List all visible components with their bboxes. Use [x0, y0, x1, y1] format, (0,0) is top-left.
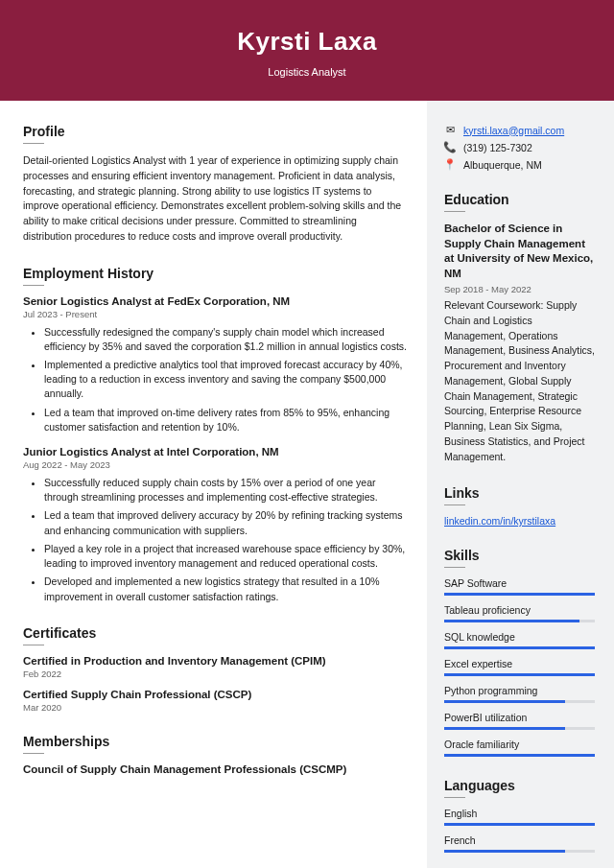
skill-bar-fill — [444, 727, 565, 730]
certificate-title: Certified in Production and Inventory Ma… — [23, 655, 408, 667]
skill-bar — [444, 593, 595, 596]
person-name: Kyrsti Laxa — [0, 27, 614, 57]
languages-section: Languages EnglishFrench — [444, 778, 595, 853]
contact-location: Albuquerque, NM — [463, 159, 542, 171]
membership-title: Council of Supply Chain Management Profe… — [23, 763, 408, 775]
bullet: Developed and implemented a new logistic… — [44, 575, 408, 603]
skill-entry: Excel expertise — [444, 658, 595, 676]
education-degree: Bachelor of Science in Supply Chain Mana… — [444, 222, 595, 281]
skill-name: SAP Software — [444, 577, 595, 589]
skill-bar — [444, 700, 595, 703]
envelope-icon: ✉ — [444, 124, 456, 136]
bullet: Played a key role in a project that incr… — [44, 542, 408, 571]
skill-bar-fill — [444, 646, 595, 649]
link-entry: linkedin.com/in/kyrstilaxa — [444, 515, 595, 527]
skill-bar-fill — [444, 620, 579, 622]
section-rule — [23, 753, 44, 754]
certificate-date: Mar 2020 — [23, 702, 408, 713]
bullet: Led a team that improved on-time deliver… — [44, 406, 408, 434]
skill-entry: Oracle familiarity — [444, 739, 595, 757]
job-date: Aug 2022 - May 2023 — [23, 459, 408, 470]
certificate-date: Feb 2022 — [23, 669, 408, 679]
skill-bar-fill — [444, 754, 595, 757]
language-name: French — [444, 834, 595, 846]
phone-icon: 📞 — [444, 141, 456, 153]
job-bullets: Successfully redesigned the company's su… — [23, 325, 408, 435]
links-section: Links linkedin.com/in/kyrstilaxa — [444, 485, 595, 527]
skill-entry: SQL knowledge — [444, 631, 595, 649]
bullet: Successfully reduced supply chain costs … — [44, 476, 408, 504]
membership-entry: Council of Supply Chain Management Profe… — [23, 763, 408, 775]
main-column: Profile Detail-oriented Logistics Analys… — [0, 101, 427, 868]
sidebar-column: ✉ kyrsti.laxa@gmail.com 📞 (319) 125-7302… — [427, 101, 614, 868]
languages-heading: Languages — [444, 778, 595, 793]
skills-section: Skills SAP SoftwareTableau proficiencySQ… — [444, 548, 595, 757]
memberships-section: Memberships Council of Supply Chain Mana… — [23, 734, 408, 775]
skill-bar — [444, 673, 595, 676]
employment-section: Employment History Senior Logistics Anal… — [23, 266, 408, 604]
resume-body: Profile Detail-oriented Logistics Analys… — [0, 101, 614, 868]
section-rule — [23, 645, 44, 645]
skill-name: Python programming — [444, 685, 595, 696]
certificate-title: Certified Supply Chain Professional (CSC… — [23, 689, 408, 700]
skill-bar — [444, 646, 595, 649]
certificate-entry: Certified in Production and Inventory Ma… — [23, 655, 408, 679]
skill-bar-fill — [444, 700, 565, 703]
skill-bar-fill — [444, 593, 595, 596]
certificates-section: Certificates Certified in Production and… — [23, 625, 408, 713]
skill-bar-fill — [444, 673, 595, 676]
section-rule — [444, 567, 465, 568]
contact-phone-row: 📞 (319) 125-7302 — [444, 141, 595, 153]
language-entry: English — [444, 808, 595, 826]
section-rule — [444, 211, 465, 212]
skill-bar — [444, 620, 595, 622]
education-section: Education Bachelor of Science in Supply … — [444, 192, 595, 464]
section-rule — [23, 285, 44, 286]
profile-section: Profile Detail-oriented Logistics Analys… — [23, 124, 408, 245]
memberships-heading: Memberships — [23, 734, 408, 749]
job-entry: Senior Logistics Analyst at FedEx Corpor… — [23, 295, 408, 435]
linkedin-link[interactable]: linkedin.com/in/kyrstilaxa — [444, 515, 555, 527]
job-title: Senior Logistics Analyst at FedEx Corpor… — [23, 295, 408, 307]
profile-text: Detail-oriented Logistics Analyst with 1… — [23, 153, 408, 245]
certificate-entry: Certified Supply Chain Professional (CSC… — [23, 689, 408, 713]
skill-name: Excel expertise — [444, 658, 595, 669]
language-name: English — [444, 808, 595, 819]
language-entry: French — [444, 834, 595, 853]
language-bar — [444, 850, 595, 853]
pin-icon: 📍 — [444, 158, 456, 171]
language-bar-fill — [444, 850, 565, 853]
skill-bar — [444, 754, 595, 757]
section-rule — [444, 504, 465, 505]
person-title: Logistics Analyst — [0, 66, 614, 78]
bullet: Led a team that improved delivery accura… — [44, 508, 408, 537]
section-rule — [23, 143, 44, 144]
contact-section: ✉ kyrsti.laxa@gmail.com 📞 (319) 125-7302… — [444, 124, 595, 171]
language-bar-fill — [444, 823, 595, 826]
contact-email-link[interactable]: kyrsti.laxa@gmail.com — [463, 125, 564, 136]
skill-name: Tableau proficiency — [444, 604, 595, 616]
job-bullets: Successfully reduced supply chain costs … — [23, 476, 408, 604]
job-title: Junior Logistics Analyst at Intel Corpor… — [23, 446, 408, 457]
section-rule — [444, 797, 465, 798]
bullet: Implemented a predictive analytics tool … — [44, 358, 408, 402]
skills-heading: Skills — [444, 548, 595, 563]
job-date: Jul 2023 - Present — [23, 309, 408, 319]
language-bar — [444, 823, 595, 826]
links-heading: Links — [444, 485, 595, 501]
skill-bar — [444, 727, 595, 730]
contact-location-row: 📍 Albuquerque, NM — [444, 158, 595, 171]
education-heading: Education — [444, 192, 595, 207]
job-entry: Junior Logistics Analyst at Intel Corpor… — [23, 446, 408, 604]
contact-email-row: ✉ kyrsti.laxa@gmail.com — [444, 124, 595, 136]
education-text: Relevant Coursework: Supply Chain and Lo… — [444, 298, 595, 464]
skill-entry: Tableau proficiency — [444, 604, 595, 622]
skill-entry: PowerBI utilization — [444, 712, 595, 730]
skill-entry: SAP Software — [444, 577, 595, 596]
contact-phone: (319) 125-7302 — [463, 142, 532, 153]
skill-entry: Python programming — [444, 685, 595, 703]
bullet: Successfully redesigned the company's su… — [44, 325, 408, 354]
certificates-heading: Certificates — [23, 625, 408, 641]
resume-header: Kyrsti Laxa Logistics Analyst — [0, 0, 614, 101]
skill-name: SQL knowledge — [444, 631, 595, 643]
